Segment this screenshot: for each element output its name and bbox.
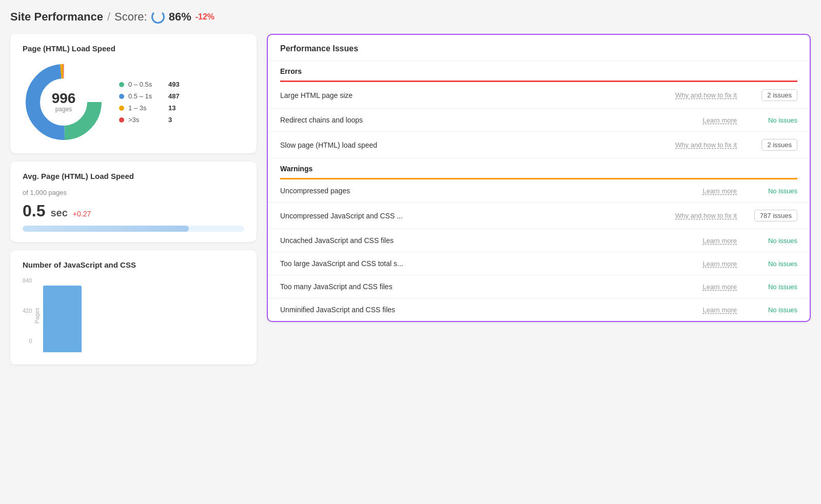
issue-link-large-html[interactable]: Why and how to fix it	[655, 91, 737, 99]
legend-item-blue: 0.5 – 1s 487	[119, 92, 180, 100]
y-axis: 840 420 0	[23, 277, 32, 344]
issue-name-redirect: Redirect chains and loops	[280, 116, 651, 124]
avg-value: 0.5	[23, 201, 45, 220]
issue-name-large-html: Large HTML page size	[280, 91, 651, 99]
issue-name-too-many-js: Too many JavaScript and CSS files	[280, 283, 651, 291]
issue-row-uncompressed-pages: Uncompressed pages Learn more No issues	[268, 179, 810, 203]
issue-name-too-large-js: Too large JavaScript and CSS total s...	[280, 259, 651, 268]
load-speed-card: Page (HTML) Load Speed	[10, 34, 257, 153]
bar-col-1	[43, 286, 82, 354]
issue-link-uncached-js[interactable]: Learn more	[655, 237, 737, 245]
y-axis-title-wrap: Pages	[34, 277, 41, 354]
legend-range-3: >3s	[128, 116, 164, 124]
warnings-section-label: Warnings	[268, 158, 810, 178]
avg-speed-subtitle: of 1,000 pages	[23, 189, 244, 196]
y-label-840: 840	[23, 277, 32, 284]
score-percentage: 86%	[169, 10, 191, 24]
legend-range-0: 0 – 0.5s	[128, 80, 164, 88]
main-layout: Page (HTML) Load Speed	[10, 34, 811, 365]
donut-section: 996 pages 0 – 0.5s 493 0.5 – 1s 487	[23, 61, 244, 143]
js-css-chart: 840 420 0 Pages	[23, 277, 244, 354]
issue-row-unminified-js: Unminified JavaScript and CSS files Lear…	[268, 298, 810, 321]
legend-range-1: 0.5 – 1s	[128, 92, 164, 100]
issue-status-uncompressed-pages: No issues	[741, 187, 797, 195]
issues-badge-uncompressed-js: 787 issues	[754, 210, 797, 221]
errors-section-label: Errors	[268, 61, 810, 80]
issue-status-too-large-js: No issues	[741, 260, 797, 268]
speed-bar	[23, 226, 244, 232]
avg-change: +0.27	[73, 210, 91, 218]
legend-range-2: 1 – 3s	[128, 104, 164, 112]
avg-value-row: 0.5 sec +0.27	[23, 201, 244, 220]
issue-row-too-many-js: Too many JavaScript and CSS files Learn …	[268, 275, 810, 298]
issue-name-unminified-js: Unminified JavaScript and CSS files	[280, 306, 651, 314]
issue-row-large-html: Large HTML page size Why and how to fix …	[268, 82, 810, 109]
issue-link-redirect[interactable]: Learn more	[655, 116, 737, 124]
issue-name-uncompressed-pages: Uncompressed pages	[280, 187, 651, 195]
legend-count-0: 493	[168, 80, 180, 88]
donut-chart: 996 pages	[23, 61, 105, 143]
bar-rect-1	[43, 286, 82, 352]
page-header: Site Performance / Score: 86% -12%	[10, 10, 811, 24]
legend-item-yellow: 1 – 3s 13	[119, 104, 180, 112]
issue-link-too-large-js[interactable]: Learn more	[655, 260, 737, 268]
donut-legend: 0 – 0.5s 493 0.5 – 1s 487 1 – 3s 13	[119, 80, 180, 124]
issue-link-unminified-js[interactable]: Learn more	[655, 306, 737, 314]
issue-status-uncached-js: No issues	[741, 237, 797, 245]
score-label: Score:	[114, 10, 147, 24]
issue-link-uncompressed-pages[interactable]: Learn more	[655, 187, 737, 195]
issue-link-too-many-js[interactable]: Learn more	[655, 283, 737, 291]
left-column: Page (HTML) Load Speed	[10, 34, 257, 365]
avg-unit: sec	[50, 207, 67, 219]
issue-row-slow-page: Slow page (HTML) load speed Why and how …	[268, 132, 810, 158]
issue-status-uncompressed-js[interactable]: 787 issues	[741, 210, 797, 221]
donut-total: 996	[52, 91, 76, 106]
page-title-text: Site Performance	[10, 10, 103, 24]
js-css-card: Number of JavaScript and CSS 840 420 0 P…	[10, 250, 257, 365]
score-change: -12%	[196, 12, 214, 22]
y-axis-title: Pages	[34, 308, 40, 324]
legend-item-red: >3s 3	[119, 116, 180, 124]
avg-speed-card: Avg. Page (HTML) Load Speed of 1,000 pag…	[10, 162, 257, 242]
legend-dot-red	[119, 117, 124, 123]
issue-row-too-large-js: Too large JavaScript and CSS total s... …	[268, 252, 810, 275]
speed-bar-fill	[23, 226, 189, 232]
js-css-title: Number of JavaScript and CSS	[23, 260, 244, 269]
issue-row-redirect: Redirect chains and loops Learn more No …	[268, 109, 810, 132]
donut-label: pages	[52, 106, 76, 113]
y-label-420: 420	[23, 308, 32, 314]
legend-count-2: 13	[168, 104, 175, 112]
legend-dot-blue	[119, 94, 124, 99]
issue-name-uncached-js: Uncached JavaScript and CSS files	[280, 236, 651, 245]
avg-speed-title: Avg. Page (HTML) Load Speed	[23, 172, 244, 180]
title-separator: /	[107, 10, 110, 24]
legend-dot-yellow	[119, 106, 124, 111]
legend-dot-green	[119, 82, 124, 87]
issue-status-too-many-js: No issues	[741, 283, 797, 291]
issues-badge-large-html: 2 issues	[761, 89, 797, 101]
load-speed-title: Page (HTML) Load Speed	[23, 44, 244, 53]
issues-badge-slow-page: 2 issues	[761, 139, 797, 151]
issue-status-slow-page[interactable]: 2 issues	[741, 139, 797, 151]
legend-item-green: 0 – 0.5s 493	[119, 80, 180, 88]
y-label-0: 0	[29, 338, 32, 344]
legend-count-1: 487	[168, 92, 180, 100]
issue-link-uncompressed-js[interactable]: Why and how to fix it	[655, 212, 737, 219]
issue-status-redirect: No issues	[741, 116, 797, 124]
issue-link-slow-page[interactable]: Why and how to fix it	[655, 141, 737, 149]
legend-count-3: 3	[168, 116, 172, 124]
issue-name-uncompressed-js: Uncompressed JavaScript and CSS ...	[280, 212, 651, 220]
issue-row-uncached-js: Uncached JavaScript and CSS files Learn …	[268, 229, 810, 252]
issue-row-uncompressed-js: Uncompressed JavaScript and CSS ... Why …	[268, 203, 810, 229]
performance-issues-panel: Performance Issues Errors Large HTML pag…	[267, 34, 811, 322]
issue-status-large-html[interactable]: 2 issues	[741, 89, 797, 101]
panel-header: Performance Issues	[268, 35, 810, 61]
score-circle-icon	[151, 10, 165, 24]
issue-name-slow-page: Slow page (HTML) load speed	[280, 141, 651, 149]
donut-center: 996 pages	[52, 91, 76, 113]
bars-container	[43, 286, 82, 354]
issue-status-unminified-js: No issues	[741, 306, 797, 314]
